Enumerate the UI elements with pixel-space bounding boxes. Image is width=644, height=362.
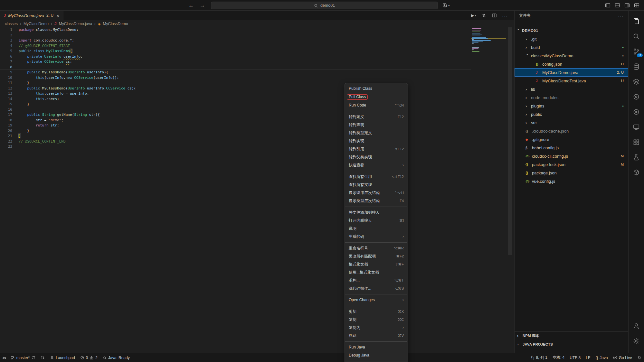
notifications-button[interactable] xyxy=(635,353,644,362)
line-number[interactable]: 12 xyxy=(0,86,19,91)
line-number[interactable]: 20 xyxy=(0,128,19,134)
code-line[interactable]: 7 private CCService cs; xyxy=(0,59,471,65)
tree-item-myclassdemo-java[interactable]: JMyClassDemo.java2, U xyxy=(515,68,628,77)
launchpad-button[interactable]: Launchpad xyxy=(47,353,77,362)
tree-item--git[interactable]: ›.git xyxy=(515,35,628,43)
breadcrumb-item-symbol[interactable]: MyClassDemo xyxy=(103,22,128,26)
breadcrumb-item-folder[interactable]: MyClassDemo xyxy=(24,22,49,26)
language-mode[interactable]: {} Java xyxy=(593,353,610,362)
menu-item[interactable]: 转到定义F12 xyxy=(345,113,408,121)
line-number[interactable]: 9 xyxy=(0,70,19,75)
package-icon[interactable] xyxy=(631,168,641,177)
tree-item--gitignore[interactable]: ◆.gitignore xyxy=(515,135,628,144)
remote-explorer-icon[interactable] xyxy=(631,122,641,132)
line-number[interactable]: 17 xyxy=(0,112,19,118)
menu-item[interactable]: Debug Java xyxy=(345,351,408,359)
tree-item-package-json[interactable]: {}package.json xyxy=(515,169,628,177)
database-icon[interactable] xyxy=(631,62,641,71)
line-number[interactable]: 8 xyxy=(0,65,19,70)
line-number[interactable]: 15 xyxy=(0,102,19,107)
cursor-position[interactable]: 行 8, 列 1 xyxy=(528,353,550,362)
line-number[interactable]: 7 xyxy=(0,59,19,65)
git-branch-status[interactable]: master* xyxy=(8,353,38,362)
menu-item[interactable]: 重构...⌥⌘T xyxy=(345,276,408,284)
tree-item-cloudcc-cli-config-js[interactable]: JScloudcc-cli.config.jsM xyxy=(515,152,628,160)
menu-item[interactable]: 剪切⌘X xyxy=(345,308,408,316)
encoding[interactable]: UTF-8 xyxy=(567,353,583,362)
menu-item[interactable]: 转到父类实现 xyxy=(345,153,408,161)
code-editor[interactable]: 1package classes.MyClassDemo;23import co… xyxy=(0,27,514,353)
tree-item-classes-myclassdemo[interactable]: ›classes/MyClassDemo● xyxy=(515,51,628,60)
code-line[interactable]: 9 public MyClassDemo(UserInfo userInfo){ xyxy=(0,70,471,75)
line-number[interactable]: 3 xyxy=(0,38,19,43)
account-icon[interactable] xyxy=(631,321,641,331)
split-editor-icon[interactable] xyxy=(492,13,497,18)
menu-item[interactable]: 打开内联聊天⌘I xyxy=(345,217,408,225)
sidebar-more-actions-icon[interactable]: ··· xyxy=(618,13,624,18)
code-line[interactable]: 8 xyxy=(0,65,471,70)
menu-item[interactable]: Open Changes› xyxy=(345,296,408,304)
toggle-secondary-sidebar-icon[interactable] xyxy=(624,3,630,8)
line-number[interactable]: 4 xyxy=(0,43,19,49)
menu-item[interactable]: 显示类型层次结构F4 xyxy=(345,197,408,205)
tree-item-build[interactable]: ›build● xyxy=(515,43,628,51)
back-arrow-icon[interactable]: ← xyxy=(188,2,194,9)
menu-item[interactable]: 复制⌘C xyxy=(345,316,408,324)
tree-item-src[interactable]: ›src xyxy=(515,118,628,127)
line-number[interactable]: 6 xyxy=(0,54,19,60)
section-java-projects[interactable]: › JAVA PROJECTS xyxy=(515,340,628,348)
menu-item[interactable]: 查找所有引用⌥⇧F12 xyxy=(345,173,408,181)
open-changes-icon[interactable] xyxy=(481,13,487,18)
menu-item[interactable]: 显示调用层次结构⌃⌥H xyxy=(345,189,408,197)
explorer-icon[interactable] xyxy=(631,16,641,26)
more-actions-icon[interactable]: ··· xyxy=(502,13,508,18)
forward-arrow-icon[interactable]: → xyxy=(200,2,205,9)
menu-item[interactable]: 复制为› xyxy=(345,324,408,332)
line-number[interactable]: 1 xyxy=(0,27,19,33)
line-number[interactable]: 5 xyxy=(0,49,19,54)
tree-item-package-lock-json[interactable]: {}package-lock.jsonM xyxy=(515,160,628,169)
minimap[interactable] xyxy=(471,28,506,53)
layers-icon[interactable] xyxy=(631,77,641,87)
line-number[interactable]: 10 xyxy=(0,75,19,81)
new-window-dropdown[interactable]: ▾ xyxy=(442,0,450,11)
code-line[interactable]: 1package classes.MyClassDemo; xyxy=(0,27,471,33)
menu-item[interactable]: 查找所有实现 xyxy=(345,181,408,189)
menu-item[interactable]: 说明 xyxy=(345,225,408,233)
indentation[interactable]: 空格: 4 xyxy=(550,353,567,362)
java-status[interactable]: Java: Ready xyxy=(100,353,132,362)
line-number[interactable]: 16 xyxy=(0,107,19,113)
menu-item[interactable]: Pull Class xyxy=(345,93,408,101)
tree-item-myclassdemotest-java[interactable]: JMyClassDemoTest.javaU xyxy=(515,77,628,85)
menu-item[interactable]: 粘贴⌘V xyxy=(345,332,408,340)
run-button[interactable]: ▶ ▾ xyxy=(471,13,476,18)
tree-item-plugins[interactable]: ›plugins● xyxy=(515,102,628,110)
remote-target-icon[interactable] xyxy=(631,92,641,102)
go-live-button[interactable]: Go Live xyxy=(611,353,635,362)
command-center-search[interactable]: demo01 xyxy=(211,2,438,9)
tree-item-config-json[interactable]: {}config.jsonU xyxy=(515,60,628,68)
remote-indicator[interactable]: >< xyxy=(0,353,8,362)
tree-root-demo01[interactable]: › DEMO01 xyxy=(515,26,628,35)
menu-item[interactable]: Run Code⌃⌥N xyxy=(345,101,408,109)
tree-item-vue-config-js[interactable]: JSvue.config.js xyxy=(515,177,628,185)
menu-item[interactable]: Publish Class xyxy=(345,85,408,93)
line-number[interactable]: 19 xyxy=(0,123,19,128)
code-line[interactable]: 6 private UserInfo userInfo; xyxy=(0,54,471,60)
line-number[interactable]: 22 xyxy=(0,139,19,144)
code-line[interactable]: 3import com.cloudcc.core.*; xyxy=(0,38,471,43)
menu-item[interactable]: 更改所有匹配项⌘F2 xyxy=(345,252,408,260)
settings-gear-icon[interactable] xyxy=(631,336,641,346)
line-number[interactable]: 11 xyxy=(0,80,19,86)
menu-item[interactable]: 格式化文档⇧⌘F xyxy=(345,260,408,268)
toggle-panel-icon[interactable] xyxy=(615,3,620,8)
code-line[interactable]: 10 this(userInfo,new CCService(userInfo)… xyxy=(0,75,471,81)
customize-layout-icon[interactable] xyxy=(634,3,639,8)
search-icon[interactable] xyxy=(631,32,641,41)
tree-item-public[interactable]: ›public xyxy=(515,110,628,118)
sync-arrows-status[interactable] xyxy=(38,353,47,362)
problems-status[interactable]: 0 2 xyxy=(78,353,100,362)
testing-icon[interactable] xyxy=(631,153,641,162)
breadcrumb-item-file[interactable]: MyClassDemo.java xyxy=(59,22,92,26)
line-number[interactable]: 14 xyxy=(0,97,19,102)
